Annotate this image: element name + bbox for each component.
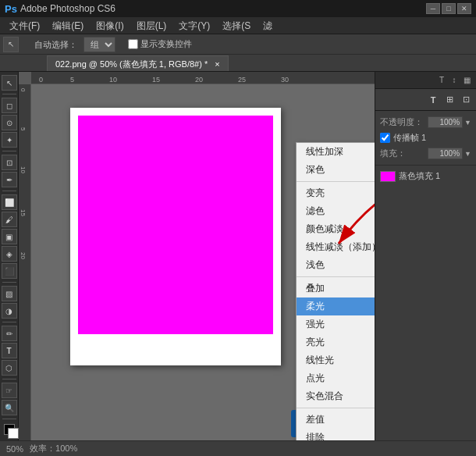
menu-item-[interactable]: 滤: [257, 17, 279, 34]
ruler-mark: 20: [195, 76, 203, 84]
show-transform-text: 显示变换控件: [140, 38, 192, 50]
menu-item-s[interactable]: 选择(S: [216, 17, 257, 34]
dropdown-item-[interactable]: 线性减淡（添加）: [297, 238, 375, 256]
background-color[interactable]: [8, 428, 19, 439]
status-bar: 50% 效率：100%: [0, 440, 476, 456]
panel-icon-T[interactable]: T: [435, 74, 448, 87]
menu-item-f[interactable]: 文件(F): [3, 17, 46, 34]
canvas-pink-fill: [78, 116, 273, 334]
fill-value-container: ▼: [428, 148, 471, 159]
close-button[interactable]: ✕: [457, 3, 471, 14]
blend-mode-dropdown: 线性加深深色变亮滤色颜色减淡线性减淡（添加）浅色叠加柔光强光亮光线性光点光实色混…: [296, 142, 375, 440]
dropdown-item-[interactable]: 线性加深: [297, 143, 375, 161]
panel-icon-sort[interactable]: ↕: [448, 74, 460, 87]
fill-input[interactable]: [428, 148, 463, 159]
menu-item-e[interactable]: 编辑(E): [46, 17, 90, 34]
heal-tool[interactable]: ⬜: [2, 194, 17, 210]
ruler-mark: 30: [281, 76, 289, 84]
ruler-mark: 15: [152, 76, 160, 84]
layer-name: 蒸色填充 1: [399, 170, 440, 182]
dropdown-item-[interactable]: 点光: [297, 369, 375, 387]
gradient-tool[interactable]: ▨: [2, 286, 17, 301]
brush-tool[interactable]: 🖌: [2, 212, 17, 227]
dropdown-item-[interactable]: 深色: [297, 161, 375, 179]
dropdown-item-[interactable]: 变亮: [297, 184, 375, 202]
dropdown-item-[interactable]: 滤色: [297, 202, 375, 220]
dropdown-item-[interactable]: 线性光: [297, 351, 375, 369]
layers-section: 蒸色填充 1: [375, 166, 476, 187]
ruler-mark: 0: [39, 76, 43, 84]
pen-tool[interactable]: ✏: [2, 326, 17, 341]
canvas-area: 0 5 10 15 20 25 30 0 5 10 15 20 线性加深深色变亮…: [19, 72, 375, 440]
panel-tool-fx[interactable]: ⊡: [459, 93, 473, 107]
dropdown-item-[interactable]: 柔光: [297, 297, 375, 315]
selection-tool-button[interactable]: ↖: [3, 37, 19, 52]
dropdown-separator: [297, 276, 375, 277]
dropdown-item-[interactable]: 颜色减淡: [297, 220, 375, 238]
marquee-tool[interactable]: ◻: [2, 98, 17, 113]
propagate-checkbox[interactable]: [380, 133, 390, 143]
stamp-tool[interactable]: ▣: [2, 229, 17, 244]
dodge-tool[interactable]: ◑: [2, 303, 17, 319]
ruler-mark: 5: [70, 76, 74, 84]
crop-tool[interactable]: ⊡: [2, 155, 17, 170]
ruler-left: 0 5 10 15 20: [19, 84, 31, 440]
eraser-tool[interactable]: ⬛: [2, 263, 17, 279]
tab-bar: 022.png @ 50% (蒸色填充 1, RGB/8#) * ×: [0, 55, 476, 72]
foreground-color[interactable]: [4, 424, 15, 435]
dropdown-item-[interactable]: 亮光: [297, 333, 375, 351]
menu-bar: 文件(F)编辑(E)图像(I)图层(L)文字(Y)选择(S滤: [0, 17, 476, 34]
zoom-tool[interactable]: 🔍: [2, 400, 17, 415]
menu-item-l[interactable]: 图层(L): [130, 17, 173, 34]
history-tool[interactable]: ◈: [2, 246, 17, 262]
panel-tool-link[interactable]: ⊞: [442, 93, 456, 107]
tool-separator-6: [2, 379, 16, 379]
canvas-document: [70, 108, 281, 365]
fill-dropdown-arrow[interactable]: ▼: [464, 150, 471, 158]
menu-item-y[interactable]: 文字(Y): [172, 17, 216, 34]
efficiency-status: 效率：100%: [30, 443, 77, 454]
panel-tool-T[interactable]: T: [426, 93, 440, 107]
document-tab[interactable]: 022.png @ 50% (蒸色填充 1, RGB/8#) * ×: [47, 55, 229, 71]
propagate-row: 传播帧 1: [380, 130, 471, 145]
show-transform-label[interactable]: 显示变换控件: [128, 38, 192, 50]
auto-select-dropdown[interactable]: 组: [83, 37, 115, 52]
opacity-label: 不透明度：: [380, 116, 423, 128]
tab-close[interactable]: ×: [215, 59, 219, 69]
dropdown-item-[interactable]: 强光: [297, 315, 375, 333]
app-title-text: Adobe Photoshop CS6: [20, 3, 115, 14]
panel-icon-grid[interactable]: ▦: [460, 74, 473, 87]
opacity-input[interactable]: [428, 116, 463, 128]
opacity-dropdown-arrow[interactable]: ▼: [464, 119, 471, 126]
dropdown-item-[interactable]: 排除: [297, 429, 375, 440]
tab-filename: 022.png @ 50% (蒸色填充 1, RGB/8#) *: [55, 59, 208, 69]
dropdown-item-[interactable]: 实色混合: [297, 387, 375, 405]
fill-row: 填充： ▼: [380, 148, 471, 159]
ruler-mark: 25: [238, 76, 246, 84]
show-transform-checkbox[interactable]: [128, 39, 138, 49]
tool-separator-4: [2, 282, 16, 283]
propagate-label: 传播帧 1: [393, 132, 426, 144]
eyedropper-tool[interactable]: ✒: [2, 172, 17, 187]
dropdown-item-[interactable]: 差值: [297, 411, 375, 429]
lasso-tool[interactable]: ⊙: [2, 115, 17, 130]
hand-tool[interactable]: ☞: [2, 383, 17, 398]
ruler-mark: 10: [109, 76, 117, 84]
menu-item-i[interactable]: 图像(I): [90, 17, 130, 34]
minimize-button[interactable]: ─: [426, 3, 440, 14]
window-controls: ─ □ ✕: [426, 3, 471, 14]
tool-separator-1: [2, 94, 16, 94]
magic-wand-tool[interactable]: ✦: [2, 132, 17, 148]
fill-label: 填充：: [380, 148, 406, 159]
move-tool[interactable]: ↖: [2, 75, 17, 91]
ruler-mark: 20: [20, 252, 27, 259]
maximize-button[interactable]: □: [442, 3, 456, 14]
tool-separator-3: [2, 191, 16, 191]
type-tool[interactable]: T: [2, 343, 17, 358]
opacity-section: 不透明度： ▼ 传播帧 1 填充： ▼: [375, 111, 476, 166]
shape-tool[interactable]: ⬡: [2, 360, 17, 376]
dropdown-item-[interactable]: 叠加: [297, 280, 375, 297]
left-toolbar: ↖ ◻ ⊙ ✦ ⊡ ✒ ⬜ 🖌 ▣ ◈ ⬛ ▨ ◑ ✏ T ⬡ ☞ 🔍: [0, 72, 19, 440]
layer-item-color-fill[interactable]: 蒸色填充 1: [380, 169, 471, 183]
dropdown-item-[interactable]: 浅色: [297, 256, 375, 274]
